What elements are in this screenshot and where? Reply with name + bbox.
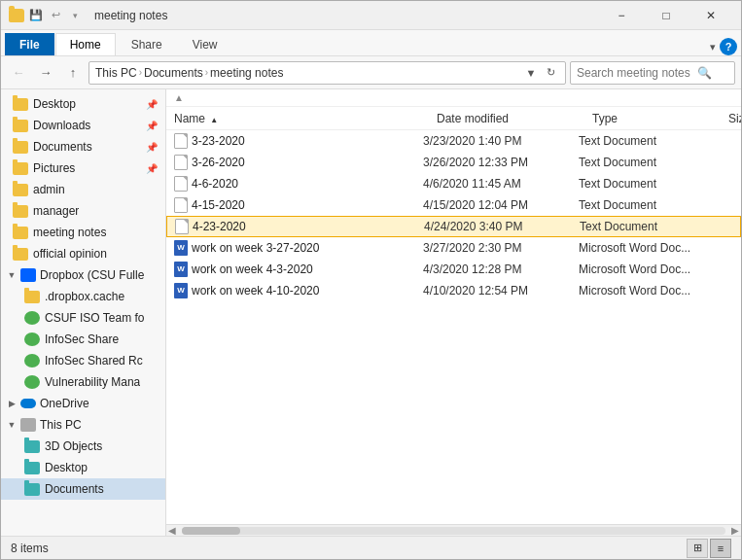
search-icon[interactable]: 🔍 [697, 66, 712, 80]
file-date: 3/27/2020 2:30 PM [423, 241, 579, 255]
tab-home[interactable]: Home [55, 33, 116, 55]
h-scrollbar[interactable]: ◀ ▶ [166, 524, 741, 536]
folder-icon [13, 227, 28, 239]
sidebar-item-dropbox-cache[interactable]: .dropbox.cache [1, 286, 165, 307]
sidebar-item-label: meeting notes [33, 226, 106, 239]
tab-view[interactable]: View [178, 33, 232, 55]
crumb-documents[interactable]: Documents [144, 66, 203, 80]
sidebar-item-documents[interactable]: Documents 📌 [1, 136, 165, 158]
title-bar-icons: 💾 ↩ ▾ [9, 8, 83, 23]
dropbox-icon [20, 268, 36, 282]
back-button[interactable]: ← [7, 61, 30, 85]
sidebar-item-label: Desktop [33, 97, 76, 111]
sidebar-item-label: Documents [33, 140, 92, 154]
folder-icon [24, 462, 40, 474]
file-date: 4/24/2020 3:40 PM [424, 220, 580, 233]
sort-icon: ▲ [210, 116, 218, 124]
file-name: 4-23-2020 [175, 219, 424, 234]
sidebar-item-infosec-shared[interactable]: InfoSec Shared Rc [1, 350, 165, 371]
tab-share[interactable]: Share [117, 33, 177, 55]
main-area: Desktop 📌 Downloads 📌 Documents 📌 Pictur… [1, 89, 741, 536]
scrollbar-thumb[interactable] [182, 527, 240, 535]
address-bar[interactable]: This PC › Documents › meeting notes ▼ ↻ [88, 61, 566, 85]
crumb-meeting-notes[interactable]: meeting notes [210, 66, 283, 80]
file-name: 4-6-2020 [174, 176, 423, 192]
title-bar: 💾 ↩ ▾ meeting notes − □ ✕ [1, 1, 741, 30]
folder-icon [13, 248, 28, 261]
quick-access-save[interactable]: 💾 [28, 8, 44, 23]
sidebar-item-manager[interactable]: manager [1, 200, 165, 222]
folder-icon [13, 120, 28, 132]
col-header-size[interactable]: Size [728, 112, 741, 125]
pin-icon: 📌 [146, 99, 158, 110]
sidebar-section-onedrive[interactable]: ▶ OneDrive [1, 393, 165, 414]
sidebar-item-meeting-notes[interactable]: meeting notes [1, 222, 165, 243]
sidebar-item-pc-desktop[interactable]: Desktop [1, 457, 165, 478]
folder-icon [13, 184, 28, 196]
sidebar-item-infosec-share[interactable]: InfoSec Share [1, 329, 165, 350]
sidebar-section-dropbox[interactable]: ▼ Dropbox (CSU Fulle [1, 264, 165, 286]
ribbon-collapse[interactable]: ▾ [710, 41, 716, 53]
sidebar-item-csuf[interactable]: CSUF ISO Team fo [1, 307, 165, 329]
file-row[interactable]: Wwork on week 4-3-20204/3/2020 12:28 PMM… [166, 259, 741, 280]
sidebar-item-official-opinion[interactable]: official opinion [1, 243, 165, 264]
address-refresh[interactable]: ↻ [542, 64, 559, 82]
file-row[interactable]: 3-23-20203/23/2020 1:40 PMText Document [166, 130, 741, 152]
breadcrumb: This PC › Documents › meeting notes [95, 66, 283, 80]
file-row[interactable]: 3-26-20203/26/2020 12:33 PMText Document [166, 152, 741, 173]
address-bar-actions: ▼ ↻ [522, 64, 559, 82]
sidebar-item-3d-objects[interactable]: 3D Objects [1, 436, 165, 457]
search-box[interactable]: 🔍 [570, 61, 735, 85]
search-input[interactable] [577, 66, 693, 80]
close-button[interactable]: ✕ [689, 1, 733, 30]
col-header-type[interactable]: Type [592, 112, 728, 125]
this-pc-icon [20, 418, 36, 432]
file-name: 3-26-2020 [174, 155, 423, 170]
nav-bar: ← → ↑ This PC › Documents › meeting note… [1, 56, 741, 89]
file-row[interactable]: 4-15-20204/15/2020 12:04 PMText Document [166, 194, 741, 216]
explorer-window: 💾 ↩ ▾ meeting notes − □ ✕ File Home Shar… [0, 0, 742, 560]
list-view-button[interactable]: ≡ [710, 539, 731, 558]
txt-icon [174, 176, 188, 192]
up-button[interactable]: ↑ [61, 61, 85, 85]
file-row[interactable]: Wwork on week 3-27-20203/27/2020 2:30 PM… [166, 237, 741, 259]
folder-icon [13, 141, 28, 154]
crumb-this-pc[interactable]: This PC [95, 66, 137, 80]
sidebar-item-admin[interactable]: admin [1, 179, 165, 200]
sidebar-item-pictures[interactable]: Pictures 📌 [1, 158, 165, 179]
file-date: 4/15/2020 12:04 PM [423, 198, 579, 212]
sort-arrow-up[interactable]: ▲ [174, 92, 184, 103]
sidebar-item-downloads[interactable]: Downloads 📌 [1, 115, 165, 136]
expand-icon: ▼ [7, 420, 17, 430]
sidebar-section-this-pc[interactable]: ▼ This PC [1, 414, 165, 436]
title-dropdown[interactable]: ▾ [67, 8, 83, 23]
col-header-name[interactable]: Name ▲ [174, 112, 437, 125]
group-icon [24, 375, 40, 389]
col-header-date[interactable]: Date modified [437, 112, 592, 125]
sidebar-section-label: This PC [40, 418, 82, 432]
file-name: Wwork on week 3-27-2020 [174, 240, 423, 256]
undo-btn[interactable]: ↩ [48, 8, 63, 23]
address-dropdown[interactable]: ▼ [522, 64, 540, 82]
tab-file[interactable]: File [5, 33, 54, 55]
scroll-right[interactable]: ▶ [729, 525, 741, 536]
help-button[interactable]: ? [720, 38, 737, 55]
file-row[interactable]: 4-6-20204/6/2020 11:45 AMText Document [166, 173, 741, 194]
sidebar-item-desktop[interactable]: Desktop 📌 [1, 93, 165, 115]
pin-icon: 📌 [146, 163, 158, 174]
file-name: 4-15-2020 [174, 197, 423, 213]
folder-icon [13, 162, 28, 175]
sidebar-item-pc-documents[interactable]: Documents [1, 478, 165, 500]
grid-view-button[interactable]: ⊞ [687, 539, 708, 558]
file-type: Text Document [579, 156, 715, 169]
sidebar-item-vulnerability[interactable]: Vulnerability Mana [1, 371, 165, 393]
maximize-button[interactable]: □ [644, 1, 689, 30]
forward-button[interactable]: → [34, 61, 57, 85]
group-icon [24, 332, 40, 346]
file-row[interactable]: Wwork on week 4-10-20204/10/2020 12:54 P… [166, 280, 741, 301]
scroll-left[interactable]: ◀ [166, 525, 178, 536]
folder-icon [24, 440, 40, 453]
minimize-button[interactable]: − [599, 1, 644, 30]
folder-icon [24, 291, 40, 303]
file-row[interactable]: 4-23-20204/24/2020 3:40 PMText Document [166, 216, 741, 237]
